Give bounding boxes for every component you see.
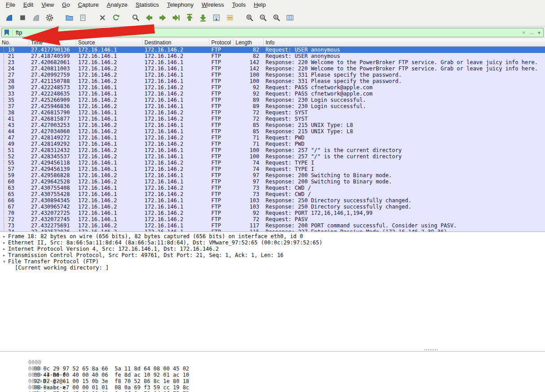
packet-row[interactable]: 21 27.418740599 172.16.146.1 172.16.146.… [0, 53, 545, 59]
menu-item[interactable]: Telephony [163, 0, 197, 9]
packet-protocol-cell: FTP [209, 65, 234, 72]
packet-row[interactable]: 35 27.425266909 172.16.146.2 172.16.146.… [0, 97, 545, 103]
detail-line[interactable]: ▸ Internet Protocol Version 4, Src: 172.… [0, 246, 545, 252]
detail-line[interactable]: ▸ Frame 18: 82 bytes on wire (656 bits),… [0, 233, 545, 240]
packet-row[interactable]: 41 27.426815877 172.16.146.1 172.16.146.… [0, 116, 545, 122]
packet-row[interactable]: 38 27.426815790 172.16.146.1 172.16.146.… [0, 109, 545, 116]
start-capture-button[interactable] [3, 12, 15, 24]
clear-filter-icon[interactable]: × [522, 30, 525, 36]
column-header[interactable]: Protocol [209, 39, 234, 46]
column-header[interactable]: Source [76, 39, 143, 46]
column-header[interactable]: Destination [143, 39, 209, 46]
packet-row[interactable]: 55 27.429456118 172.16.146.1 172.16.146.… [0, 160, 545, 166]
display-filter-input[interactable]: × → ▾ [1, 28, 544, 37]
expander-icon[interactable]: ▸ [3, 246, 8, 252]
packet-length-cell: 100 [234, 153, 264, 160]
find-packet-button[interactable] [129, 12, 142, 24]
packet-info-cell: Request: SYST [264, 116, 545, 122]
packet-row[interactable]: 30 27.422248573 172.16.146.1 172.16.146.… [0, 84, 545, 91]
packet-row[interactable]: 67 27.430965742 172.16.146.2 172.16.146.… [0, 204, 545, 210]
packet-row[interactable]: 65 27.430755428 172.16.146.1 172.16.146.… [0, 191, 545, 197]
column-header[interactable]: No. [0, 39, 29, 46]
go-back-button[interactable] [143, 12, 155, 24]
column-header[interactable]: Time [29, 39, 76, 46]
packet-row[interactable]: 24 27.420811003 172.16.146.2 172.16.146.… [0, 65, 545, 72]
column-header[interactable]: Length [234, 39, 264, 46]
menu-item[interactable]: Help [250, 0, 270, 9]
packet-no-cell: 38 [0, 109, 29, 116]
resize-columns-button[interactable] [283, 12, 296, 24]
packet-row[interactable]: 57 27.429456139 172.16.146.1 172.16.146.… [0, 166, 545, 172]
packet-row[interactable]: 23 27.420682061 172.16.146.2 172.16.146.… [0, 59, 545, 65]
packet-row[interactable]: 37 27.425946836 172.16.146.2 172.16.146.… [0, 103, 545, 109]
packet-protocol-cell: FTP [209, 172, 234, 179]
packet-protocol-cell: FTP [209, 204, 234, 210]
pane-splitter[interactable] [0, 348, 545, 351]
menu-item[interactable]: View [37, 0, 58, 9]
display-filter-field[interactable] [16, 29, 522, 36]
packet-row[interactable]: 74 27.432572076 172.16.146.2 172.16.146.… [0, 229, 545, 231]
packet-row[interactable]: 52 27.428345537 172.16.146.2 172.16.146.… [0, 153, 545, 160]
detail-line[interactable]: ▾ File Transfer Protocol (FTP) [0, 258, 545, 265]
packet-time-cell: 27.427003253 [29, 122, 76, 128]
open-file-button[interactable] [63, 12, 75, 24]
menu-item[interactable]: Tools [228, 0, 249, 9]
restart-capture-button[interactable] [30, 12, 42, 24]
menu-item[interactable]: Statistics [131, 0, 163, 9]
column-header[interactable]: Info [264, 39, 545, 46]
go-first-packet-button[interactable] [183, 12, 196, 24]
menu-item[interactable]: Go [58, 0, 74, 9]
packet-row[interactable]: 66 27.430894345 172.16.146.2 172.16.146.… [0, 197, 545, 204]
packet-row[interactable]: 59 27.429586828 172.16.146.2 172.16.146.… [0, 172, 545, 179]
packet-row[interactable]: 60 27.429642528 172.16.146.2 172.16.146.… [0, 179, 545, 185]
detail-line[interactable]: ▸ Ethernet II, Src: 8a:66:5a:11:8d:64 (8… [0, 240, 545, 246]
filter-dropdown-icon[interactable]: ▾ [538, 30, 541, 36]
packet-info-cell: Request: SYST [264, 109, 545, 116]
zoom-original-button[interactable] [270, 12, 283, 24]
menu-item[interactable]: File [2, 0, 19, 9]
go-forward-button[interactable] [156, 12, 169, 24]
expander-icon[interactable]: ▸ [3, 240, 8, 246]
capture-options-button[interactable] [43, 12, 56, 24]
save-file-button[interactable] [76, 12, 89, 24]
menu-item[interactable]: Capture [74, 0, 103, 9]
apply-filter-icon[interactable]: → [529, 30, 534, 36]
packet-row[interactable]: 27 27.420992759 172.16.146.2 172.16.146.… [0, 72, 545, 78]
packet-row[interactable]: 70 27.432072725 172.16.146.1 172.16.146.… [0, 210, 545, 216]
stop-capture-button[interactable] [16, 12, 29, 24]
packet-row[interactable]: 72 27.432072745 172.16.146.1 172.16.146.… [0, 216, 545, 222]
hex-row[interactable]: 0010 00 44 00 00 40 00 40 06 fe 8d ac 10… [2, 359, 545, 366]
reload-file-button[interactable] [109, 12, 122, 24]
go-to-packet-button[interactable] [170, 12, 182, 24]
packet-row[interactable]: 73 27.432275691 172.16.146.2 172.16.146.… [0, 222, 545, 229]
packet-info-cell: Response: 257 "/" is the current directo… [264, 147, 545, 153]
packet-row[interactable]: 47 27.428149272 172.16.146.1 172.16.146.… [0, 135, 545, 141]
packet-length-cell: 142 [234, 65, 264, 72]
expander-icon[interactable]: ▸ [3, 252, 8, 258]
detail-line[interactable]: ▸ Transmission Control Protocol, Src Por… [0, 252, 545, 258]
detail-line[interactable]: [Current working directory: ] [0, 265, 545, 271]
packet-row[interactable]: 33 27.422248635 172.16.146.1 172.16.146.… [0, 91, 545, 97]
packet-row[interactable]: 43 27.427003253 172.16.146.2 172.16.146.… [0, 122, 545, 128]
zoom-out-button[interactable] [257, 12, 269, 24]
packet-row[interactable]: 63 27.430755408 172.16.146.1 172.16.146.… [0, 185, 545, 191]
packet-row[interactable]: 51 27.428312432 172.16.146.2 172.16.146.… [0, 147, 545, 153]
menu-item[interactable]: Edit [19, 0, 37, 9]
auto-scroll-button[interactable] [210, 12, 222, 24]
zoom-in-icon [245, 13, 254, 22]
hex-row[interactable]: 0000 00 0c 29 97 52 65 8a 66 5a 11 8d 64… [2, 353, 545, 359]
packet-row[interactable]: 44 27.427034060 172.16.146.2 172.16.146.… [0, 128, 545, 135]
zoom-in-button[interactable] [243, 12, 256, 24]
menu-item[interactable]: Analyze [103, 0, 131, 9]
close-file-button[interactable] [96, 12, 109, 24]
packet-row[interactable]: 49 27.428149292 172.16.146.1 172.16.146.… [0, 141, 545, 147]
packet-row[interactable]: 28 27.421150788 172.16.146.2 172.16.146.… [0, 78, 545, 84]
packet-source-cell: 172.16.146.1 [76, 216, 143, 222]
expander-icon[interactable]: ▸ [3, 233, 8, 240]
expander-icon[interactable]: ▾ [3, 258, 8, 265]
filter-bookmark-button[interactable] [4, 30, 13, 35]
colorize-button[interactable] [223, 12, 236, 24]
go-last-packet-button[interactable] [196, 12, 209, 24]
packet-row[interactable]: 18 27.417790136 172.16.146.1 172.16.146.… [0, 47, 545, 53]
menu-item[interactable]: Wireless [198, 0, 228, 9]
